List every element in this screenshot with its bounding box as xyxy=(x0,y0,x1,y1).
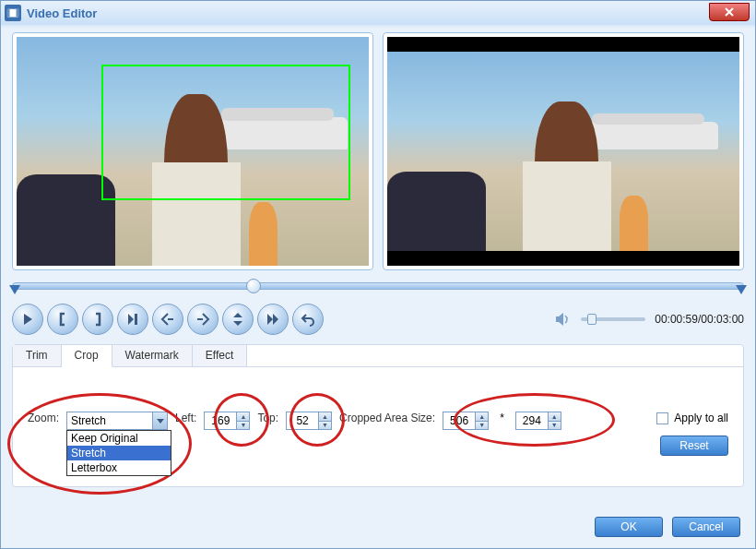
video-editor-window: Video Editor xyxy=(0,0,756,549)
mark-in-button[interactable] xyxy=(47,304,78,335)
close-button[interactable] xyxy=(709,3,750,21)
apply-to-all-box[interactable] xyxy=(656,412,668,424)
tab-row: Trim Crop Watermark Effect xyxy=(13,345,743,367)
zoom-option-letterbox[interactable]: Letterbox xyxy=(67,460,171,475)
dimension-multiplier: * xyxy=(500,412,504,424)
cancel-button[interactable]: Cancel xyxy=(672,517,740,537)
height-field[interactable]: ▲▼ xyxy=(515,412,561,430)
output-preview-pane xyxy=(383,32,744,270)
rotate-left-button[interactable] xyxy=(152,304,183,335)
height-spin-down[interactable]: ▼ xyxy=(549,422,561,430)
left-input[interactable] xyxy=(204,412,237,430)
left-spin-down[interactable]: ▼ xyxy=(237,422,249,430)
mark-out-button[interactable] xyxy=(82,304,113,335)
rotate-right-button[interactable] xyxy=(187,304,219,335)
tab-trim[interactable]: Trim xyxy=(13,345,62,366)
app-icon xyxy=(5,5,21,21)
tab-effect[interactable]: Effect xyxy=(193,345,247,366)
apply-to-all-checkbox[interactable]: Apply to all xyxy=(656,412,728,424)
preview-row xyxy=(12,32,744,270)
window-title: Video Editor xyxy=(27,6,97,20)
zoom-label: Zoom: xyxy=(28,412,59,424)
zoom-dropdown-list[interactable]: Keep Original Stretch Letterbox xyxy=(66,430,171,476)
timeline[interactable] xyxy=(12,278,744,294)
apply-to-all-label: Apply to all xyxy=(674,412,728,424)
left-field[interactable]: ▲▼ xyxy=(204,412,250,430)
skip-end-button[interactable] xyxy=(257,304,289,335)
reset-button[interactable]: Reset xyxy=(660,436,728,456)
left-spin-up[interactable]: ▲ xyxy=(237,412,249,422)
tab-crop[interactable]: Crop xyxy=(62,345,112,367)
ok-button[interactable]: OK xyxy=(595,517,663,537)
time-display: 00:00:59/00:03:00 xyxy=(655,313,744,326)
tab-watermark[interactable]: Watermark xyxy=(112,345,193,366)
source-video-area[interactable] xyxy=(17,37,369,266)
left-label: Left: xyxy=(175,412,196,424)
crop-rectangle[interactable] xyxy=(101,65,350,200)
close-icon xyxy=(724,7,735,17)
top-field[interactable]: ▲▼ xyxy=(286,412,332,430)
width-spin-down[interactable]: ▼ xyxy=(476,422,488,430)
timeline-thumb[interactable] xyxy=(246,279,261,293)
top-input[interactable] xyxy=(286,412,319,430)
undo-button[interactable] xyxy=(292,304,324,335)
svg-rect-1 xyxy=(7,9,10,18)
height-spin-up[interactable]: ▲ xyxy=(549,412,561,422)
height-input[interactable] xyxy=(515,412,549,430)
top-spin-down[interactable]: ▼ xyxy=(319,422,331,430)
titlebar[interactable]: Video Editor xyxy=(1,1,755,25)
dialog-buttons: OK Cancel xyxy=(595,517,740,537)
playback-controls: 00:00:59/00:03:00 xyxy=(12,304,744,335)
zoom-option-keep-original[interactable]: Keep Original xyxy=(67,431,171,446)
width-field[interactable]: ▲▼ xyxy=(443,412,489,430)
play-button[interactable] xyxy=(12,304,43,335)
volume-icon[interactable] xyxy=(553,310,572,328)
area-size-label: Cropped Area Size: xyxy=(339,412,435,424)
svg-rect-2 xyxy=(17,9,19,18)
flip-vertical-button[interactable] xyxy=(222,304,254,335)
top-spin-up[interactable]: ▲ xyxy=(319,412,331,422)
zoom-combobox[interactable]: Stretch Keep Original Stretch Letterbox xyxy=(66,412,168,430)
volume-thumb[interactable] xyxy=(587,314,597,325)
timeline-end-marker[interactable] xyxy=(736,285,747,294)
effects-panel: Trim Crop Watermark Effect Zoom: Stretch… xyxy=(12,344,744,487)
width-spin-up[interactable]: ▲ xyxy=(476,412,488,422)
volume-slider[interactable] xyxy=(581,317,645,321)
crop-panel: Zoom: Stretch Keep Original Stretch Lett… xyxy=(13,367,743,471)
zoom-option-stretch[interactable]: Stretch xyxy=(67,446,171,460)
top-label: Top: xyxy=(257,412,278,424)
output-video-area xyxy=(387,37,739,266)
width-input[interactable] xyxy=(443,412,476,430)
source-preview-pane[interactable] xyxy=(12,32,373,270)
next-frame-button[interactable] xyxy=(117,304,148,335)
timeline-start-marker[interactable] xyxy=(9,285,20,294)
zoom-combobox-arrow[interactable] xyxy=(152,412,167,429)
